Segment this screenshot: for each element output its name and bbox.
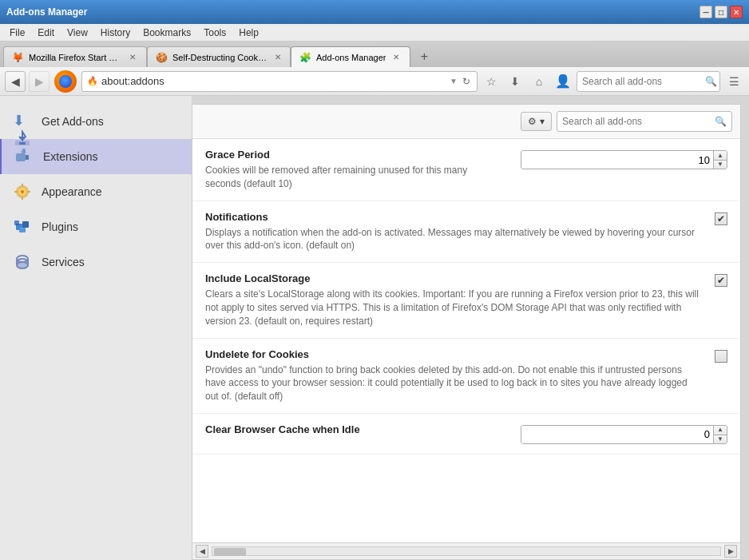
setting-grace-period: Grace Period Cookies will be removed aft… (192, 139, 740, 201)
tab-firefox[interactable]: 🦊 Mozilla Firefox Start Page ✕ (3, 46, 147, 67)
new-tab-button[interactable]: + (414, 46, 434, 67)
tab-cookies-label: Self-Destructing Cookies -- Sur... (172, 53, 268, 62)
menu-tools[interactable]: Tools (197, 26, 232, 40)
menu-bookmarks[interactable]: Bookmarks (137, 26, 197, 40)
tab-firefox-icon: 🦊 (12, 52, 24, 63)
search-addons-bar[interactable]: 🔍 (557, 111, 732, 132)
window-title: Add-ons Manager (6, 6, 87, 18)
home-button[interactable]: ⌂ (529, 71, 549, 92)
scroll-left-button[interactable]: ◀ (196, 545, 208, 558)
nav-menu-button[interactable]: ☰ (723, 71, 744, 92)
minimize-button[interactable]: ─ (699, 6, 712, 18)
setting-clear-cache-title: Clear Browser Cache when Idle (205, 423, 505, 435)
svg-point-11 (21, 190, 24, 193)
grace-period-input[interactable] (521, 151, 713, 169)
setting-undelete-title: Undelete for Cookies (205, 348, 699, 360)
setting-undelete-desc: Provides an "undo" function to bring bac… (205, 363, 699, 403)
menu-view[interactable]: View (61, 26, 94, 40)
clear-cache-input[interactable] (521, 426, 713, 443)
tab-cookies-close[interactable]: ✕ (273, 52, 282, 63)
close-window-button[interactable]: ✕ (730, 6, 743, 18)
tab-firefox-close[interactable]: ✕ (128, 52, 138, 63)
extensions-icon (14, 147, 34, 166)
main-panel: ⚙ ▾ 🔍 Grace Period Cookies will be remov… (192, 104, 741, 560)
setting-notifications-control[interactable]: ✔ (715, 211, 727, 225)
setting-localstorage-label-col: Include LocalStorage Clears a site's Loc… (205, 272, 699, 328)
notifications-checkbox[interactable]: ✔ (715, 212, 727, 225)
tab-cookies-icon: 🍪 (156, 52, 168, 63)
firefox-logo (59, 75, 72, 88)
grace-period-up[interactable]: ▲ (714, 151, 727, 160)
setting-notifications-desc: Displays a notification when the add-on … (205, 226, 699, 253)
svg-rect-19 (14, 220, 19, 225)
search-bar[interactable]: 🔍 (577, 71, 720, 92)
refresh-button[interactable]: ↻ (461, 76, 472, 87)
window-controls: ─ □ ✕ (699, 6, 743, 18)
maximize-button[interactable]: □ (715, 6, 727, 18)
tab-addons-label: Add-ons Manager (316, 53, 386, 62)
settings-content[interactable]: Grace Period Cookies will be removed aft… (192, 139, 740, 542)
bookmark-button[interactable]: ☆ (481, 71, 501, 92)
clear-cache-input-wrapper: ▲ ▼ (521, 425, 727, 444)
grace-period-spinners: ▲ ▼ (713, 151, 727, 169)
setting-undelete: Undelete for Cookies Provides an "undo" … (192, 339, 740, 414)
tab-bar: 🦊 Mozilla Firefox Start Page ✕ 🍪 Self-De… (0, 42, 749, 67)
h-scrollbar-track[interactable] (212, 546, 721, 556)
localstorage-checkbox[interactable]: ✔ (715, 274, 727, 287)
menu-edit[interactable]: Edit (31, 26, 61, 40)
sidebar-label-get-addons: Get Add-ons (42, 115, 104, 128)
tab-addons-close[interactable]: ✕ (390, 52, 402, 63)
setting-localstorage-control[interactable]: ✔ (715, 272, 727, 287)
setting-grace-period-label-col: Grace Period Cookies will be removed aft… (205, 149, 505, 191)
clear-cache-down[interactable]: ▼ (714, 435, 727, 443)
sidebar-item-appearance[interactable]: Appearance (0, 174, 192, 209)
setting-undelete-control[interactable] (715, 348, 727, 363)
setting-notifications-label-col: Notifications Displays a notification wh… (205, 211, 699, 253)
tab-addons[interactable]: 🧩 Add-ons Manager ✕ (291, 46, 410, 67)
setting-localstorage-desc: Clears a site's LocalStorage along with … (205, 288, 699, 328)
title-bar: Add-ons Manager ─ □ ✕ (0, 0, 749, 24)
forward-button[interactable]: ▶ (29, 71, 50, 92)
sidebar-label-appearance: Appearance (42, 185, 102, 198)
plugins-icon (13, 217, 32, 236)
setting-grace-period-title: Grace Period (205, 149, 505, 161)
gear-button[interactable]: ⚙ ▾ (521, 112, 552, 131)
gear-dropdown-icon: ▾ (540, 116, 545, 127)
tab-firefox-label: Mozilla Firefox Start Page (29, 53, 123, 62)
menu-help[interactable]: Help (232, 26, 265, 40)
svg-rect-8 (22, 149, 26, 153)
back-button[interactable]: ◀ (5, 71, 26, 92)
menu-file[interactable]: File (3, 26, 31, 40)
gear-icon: ⚙ (528, 116, 537, 127)
search-addons-icon: 🔍 (715, 116, 727, 127)
address-input[interactable] (101, 75, 446, 87)
bottom-scrollbar-bar: ◀ ▶ (192, 542, 740, 559)
download-button[interactable]: ⬇ (505, 71, 525, 92)
sidebar-item-services[interactable]: Services (0, 244, 192, 280)
clear-cache-up[interactable]: ▲ (714, 426, 727, 435)
sidebar-item-get-addons[interactable]: Get Add-ons (0, 104, 192, 139)
user-button[interactable]: 👤 (553, 71, 573, 92)
search-addons-input[interactable] (562, 116, 715, 127)
undelete-checkbox[interactable] (715, 350, 727, 363)
firefox-button[interactable] (54, 70, 77, 93)
content-wrapper: Get Add-ons Extensions (0, 96, 749, 560)
setting-localstorage: Include LocalStorage Clears a site's Loc… (192, 263, 740, 338)
scroll-right-button[interactable]: ▶ (724, 545, 737, 558)
address-bar[interactable]: 🔥 ▼ ↻ (81, 71, 478, 92)
address-dropdown[interactable]: ▼ (450, 77, 458, 85)
search-icon: 🔍 (705, 76, 717, 87)
nav-bar: ◀ ▶ 🔥 ▼ ↻ ☆ ⬇ ⌂ 👤 🔍 ☰ (0, 67, 749, 96)
tab-addons-icon: 🧩 (299, 52, 311, 63)
svg-rect-17 (22, 221, 29, 228)
svg-rect-18 (19, 228, 26, 232)
search-input[interactable] (582, 76, 702, 87)
setting-clear-cache-control: ▲ ▼ (521, 423, 727, 444)
addon-toolbar: ⚙ ▾ 🔍 (192, 105, 740, 139)
grace-period-down[interactable]: ▼ (714, 160, 727, 169)
clear-cache-spinners: ▲ ▼ (713, 426, 727, 443)
menu-history[interactable]: History (94, 26, 137, 40)
sidebar-item-plugins[interactable]: Plugins (0, 209, 192, 244)
setting-notifications-title: Notifications (205, 211, 699, 223)
tab-cookies[interactable]: 🍪 Self-Destructing Cookies -- Sur... ✕ (147, 46, 291, 67)
